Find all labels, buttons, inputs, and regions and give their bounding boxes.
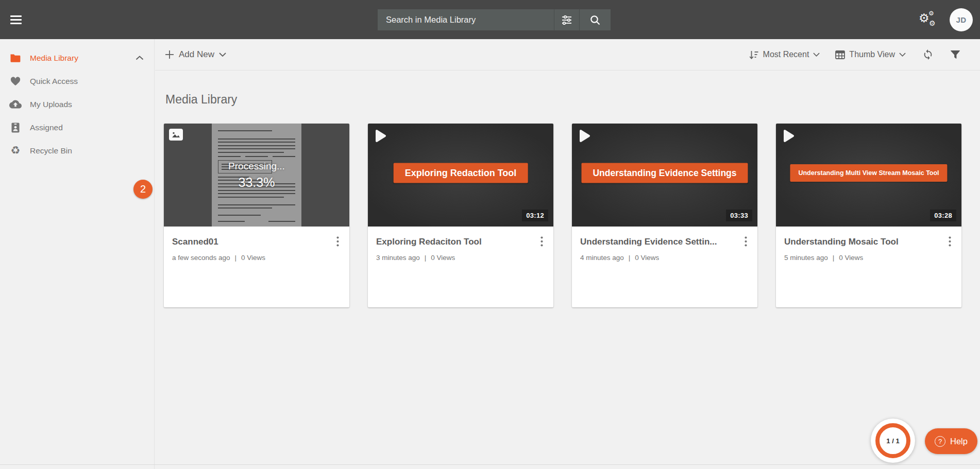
user-avatar[interactable]: JD xyxy=(950,8,973,31)
duration-badge: 03:28 xyxy=(930,210,956,221)
view-dropdown[interactable]: Thumb View xyxy=(835,50,906,59)
meta-separator: | xyxy=(425,254,427,262)
page-title: Media Library xyxy=(165,93,980,107)
processing-overlay: Processing... 33.3% xyxy=(164,124,349,227)
sidebar-item-label: My Uploads xyxy=(30,100,72,109)
kebab-menu-icon[interactable] xyxy=(944,235,955,248)
thumbnail-banner: Understanding Multi View Stream Mosaic T… xyxy=(790,164,947,182)
play-icon xyxy=(375,129,386,143)
chevron-down-icon xyxy=(813,53,820,57)
refresh-icon xyxy=(922,49,934,60)
folder-icon xyxy=(9,52,22,64)
main-area: Add New Most Recent xyxy=(155,39,980,469)
settings-gears-icon[interactable]: ⚙ ⚙ ⚙ xyxy=(918,10,938,29)
meta-separator: | xyxy=(833,254,835,262)
media-thumbnail[interactable]: Understanding Evidence Settings 03:33 xyxy=(572,124,757,227)
media-title[interactable]: Understanding Mosaic Tool xyxy=(784,237,944,247)
search-filters-button[interactable] xyxy=(554,9,579,30)
sidebar-item-my-uploads[interactable]: My Uploads xyxy=(0,93,154,116)
bottom-divider xyxy=(0,464,980,465)
page-indicator-label: 1 / 1 xyxy=(875,423,910,458)
duration-badge: 03:12 xyxy=(522,210,548,221)
media-meta: 5 minutes ago | 0 Views xyxy=(784,254,954,262)
sidebar: Media Library Quick Access My Uploads xyxy=(0,39,155,469)
sort-selected-label: Most Recent xyxy=(763,50,809,59)
media-meta: 4 minutes ago | 0 Views xyxy=(580,254,750,262)
chevron-down-icon xyxy=(899,53,906,57)
media-views: 0 Views xyxy=(839,254,863,262)
media-card[interactable]: Processing... 33.3% Scanned01 a few seco… xyxy=(164,124,349,307)
kebab-menu-icon[interactable] xyxy=(740,235,751,248)
sidebar-item-label: Assigned xyxy=(30,123,63,132)
media-time: 5 minutes ago xyxy=(784,254,828,262)
recycle-icon: ♻ xyxy=(9,145,22,157)
sort-amount-icon xyxy=(749,50,759,59)
help-button[interactable]: ? Help xyxy=(925,428,977,454)
kebab-menu-icon[interactable] xyxy=(332,235,343,248)
add-new-button[interactable]: Add New xyxy=(165,49,226,60)
cloud-upload-icon xyxy=(9,98,22,111)
duration-badge: 03:33 xyxy=(726,210,752,221)
search-input[interactable] xyxy=(378,9,554,30)
sidebar-item-label: Quick Access xyxy=(30,77,78,86)
media-time: 3 minutes ago xyxy=(376,254,420,262)
sidebar-item-assigned[interactable]: Assigned xyxy=(0,116,154,139)
sidebar-item-media-library[interactable]: Media Library xyxy=(0,46,154,70)
play-icon xyxy=(783,129,795,143)
media-title[interactable]: Exploring Redaciton Tool xyxy=(376,237,536,247)
media-views: 0 Views xyxy=(431,254,455,262)
processing-progress: 33.3% xyxy=(239,175,275,190)
plus-icon xyxy=(165,50,174,59)
funnel-icon xyxy=(950,50,960,59)
processing-status: Processing... xyxy=(228,161,285,172)
search-bar xyxy=(378,9,611,30)
chevron-up-icon[interactable] xyxy=(136,56,144,60)
search-button[interactable] xyxy=(580,9,611,30)
thumbnail-banner: Exploring Redaction Tool xyxy=(394,163,528,183)
view-selected-label: Thumb View xyxy=(849,50,895,59)
filter-button[interactable] xyxy=(950,50,960,59)
play-icon xyxy=(579,129,590,143)
sidebar-item-quick-access[interactable]: Quick Access xyxy=(0,70,154,93)
hamburger-menu-icon[interactable] xyxy=(10,13,23,26)
grid-view-icon xyxy=(835,50,845,59)
add-new-label: Add New xyxy=(179,49,214,60)
media-time: a few seconds ago xyxy=(172,254,230,262)
kebab-menu-icon[interactable] xyxy=(536,235,547,248)
help-label: Help xyxy=(950,437,968,446)
chevron-down-icon xyxy=(219,53,226,57)
media-thumbnail[interactable]: Processing... 33.3% xyxy=(164,124,349,227)
thumbnail-banner: Understanding Evidence Settings xyxy=(581,163,748,183)
media-title[interactable]: Scanned01 xyxy=(172,237,332,247)
top-bar: ⚙ ⚙ ⚙ JD xyxy=(0,0,980,39)
search-icon xyxy=(589,14,601,26)
sidebar-item-label: Media Library xyxy=(30,54,78,63)
media-meta: 3 minutes ago | 0 Views xyxy=(376,254,546,262)
media-card[interactable]: Exploring Redaction Tool 03:12 Exploring… xyxy=(368,124,553,307)
refresh-button[interactable] xyxy=(922,49,934,60)
media-thumbnail[interactable]: Exploring Redaction Tool 03:12 xyxy=(368,124,553,227)
heart-icon xyxy=(9,75,22,88)
sidebar-item-label: Recycle Bin xyxy=(30,146,72,155)
media-card[interactable]: Understanding Multi View Stream Mosaic T… xyxy=(776,124,961,307)
media-title[interactable]: Understanding Evidence Settin... xyxy=(580,237,740,247)
sidebar-item-recycle-bin[interactable]: ♻ Recycle Bin xyxy=(0,139,154,162)
id-badge-icon xyxy=(9,121,22,134)
media-meta: a few seconds ago | 0 Views xyxy=(172,254,342,262)
sort-dropdown[interactable]: Most Recent xyxy=(749,50,820,59)
page-indicator[interactable]: 1 / 1 xyxy=(871,419,915,463)
meta-separator: | xyxy=(235,254,237,262)
question-circle-icon: ? xyxy=(935,436,945,447)
meta-separator: | xyxy=(629,254,631,262)
toolbar: Add New Most Recent xyxy=(155,39,980,71)
sliders-icon xyxy=(561,14,573,26)
media-views: 0 Views xyxy=(241,254,265,262)
media-thumbnail[interactable]: Understanding Multi View Stream Mosaic T… xyxy=(776,124,961,227)
media-views: 0 Views xyxy=(635,254,659,262)
notification-count-badge: 2 xyxy=(133,180,153,199)
media-time: 4 minutes ago xyxy=(580,254,624,262)
media-card[interactable]: Understanding Evidence Settings 03:33 Un… xyxy=(572,124,757,307)
media-grid: Processing... 33.3% Scanned01 a few seco… xyxy=(155,107,980,307)
